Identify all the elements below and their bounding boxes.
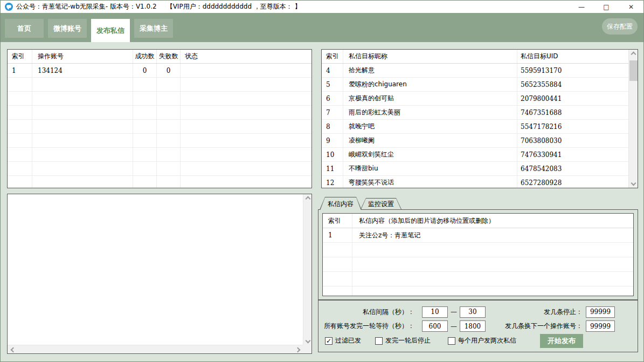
scroll-down-icon[interactable] (629, 179, 638, 188)
interval-row: 私信间隔（秒）： 10 — 30 发几条停止： 99999 (322, 305, 615, 319)
cell-uid: 5652355884 (517, 78, 628, 91)
scroll-up-icon[interactable] (629, 50, 638, 59)
nav-tabbar: 首页 微博账号 发布私信 采集博主 保存配置 (1, 13, 643, 42)
cell-content: 关注公z号：青葱笔记 (352, 228, 633, 242)
scrollbar-thumb[interactable] (629, 60, 638, 81)
cell-nickname: 凌柳曦阑 (343, 134, 517, 147)
cell-index: 1 (8, 64, 32, 77)
switch-account-input[interactable]: 99999 (586, 320, 615, 332)
table-row-empty (323, 272, 633, 286)
app-window: 公众号：青葱笔记-wb无限采集- 版本号：V1.0.2 【VIP用户：ddddd… (0, 0, 644, 362)
table-row[interactable]: 1 关注公z号：青葱笔记 (323, 228, 633, 243)
table-row[interactable]: 5 爱嗦粉的chiguaren 5652355884 (322, 78, 628, 92)
scroll-down-icon[interactable] (303, 336, 312, 345)
table-row-empty (323, 243, 633, 257)
switch-account-label: 发几条换下一个操作账号： (486, 322, 583, 331)
cell-nickname: 京极真的创可贴 (343, 92, 517, 105)
cell-nickname: 爱嗦粉的chiguaren (343, 78, 517, 91)
app-icon (5, 3, 13, 11)
log-box[interactable] (7, 194, 312, 354)
interval-max-input[interactable]: 30 (460, 306, 486, 318)
col-nickname: 私信目标昵称 (343, 50, 517, 63)
scroll-left-icon[interactable] (9, 345, 17, 354)
stop-after-round-option[interactable]: 发完一轮后停止 (375, 336, 431, 345)
accounts-table-header: 索引 操作账号 成功数 失败数 状态 (8, 50, 311, 64)
start-publish-button[interactable]: 开始发布 (540, 334, 583, 348)
table-row-empty (8, 162, 311, 176)
tab-collect-bloggers[interactable]: 采集博主 (134, 19, 173, 38)
wait-min-input[interactable]: 600 (422, 320, 448, 332)
vip-info-label: 【VIP用户：dddddddddddd ，至尊版本： 】 (167, 2, 301, 11)
send-settings: 私信间隔（秒）： 10 — 30 发几条停止： 99999 所有账号发完一轮等待… (318, 300, 638, 352)
titlebar: 公众号：青葱笔记-wb无限采集- 版本号：V1.0.2 【VIP用户：ddddd… (1, 1, 643, 13)
table-row[interactable]: 4 拾光解意 5595913170 (322, 64, 628, 78)
cell-uid: 7467351688 (517, 106, 628, 119)
table-row-empty (323, 257, 633, 272)
log-vertical-scrollbar[interactable] (303, 194, 311, 345)
targets-scrollbar[interactable] (628, 50, 638, 188)
range-dash: — (451, 308, 457, 316)
table-row-empty (8, 106, 311, 120)
col-content: 私信内容（添加后的图片请勿移动位置或删除） (352, 214, 633, 228)
table-row-empty (8, 148, 311, 162)
cell-index: 8 (322, 120, 343, 133)
cell-account: 134124 (32, 64, 133, 77)
cell-index: 9 (322, 134, 343, 147)
table-row[interactable]: 7 雨后的彩虹太美丽 7467351688 (322, 106, 628, 120)
checkbox-unchecked-icon[interactable] (375, 337, 383, 345)
cell-index: 7 (322, 106, 343, 119)
col-account: 操作账号 (32, 50, 133, 63)
cell-index: 1 (323, 228, 352, 242)
table-row[interactable]: 12 弯腰笑笑不说话 6527280928 (322, 176, 628, 188)
options-row: ✓ 过滤已发 发完一轮后停止 每个用户发两次私信 开始发布 (322, 333, 615, 349)
interval-min-input[interactable]: 10 (422, 306, 448, 318)
cell-status (181, 64, 311, 77)
cell-index: 5 (322, 78, 343, 91)
table-row[interactable]: 9 凌柳曦阑 7063808030 (322, 134, 628, 148)
table-row[interactable]: 6 京极真的创可贴 2079800441 (322, 92, 628, 106)
cell-index: 6 (322, 92, 343, 105)
dm-content-page: 索引 私信内容（添加后的图片请勿移动位置或删除） 1 关注公z号：青葱笔记 (318, 209, 638, 300)
filter-sent-option[interactable]: ✓ 过滤已发 (325, 336, 361, 345)
checkbox-unchecked-icon[interactable] (448, 337, 455, 345)
tab-monitor-settings[interactable]: 监控设置 (361, 198, 401, 209)
table-row-empty (8, 78, 311, 92)
tab-label: 私信内容 (320, 197, 361, 210)
log-horizontal-scrollbar[interactable] (8, 345, 303, 353)
col-success: 成功数 (133, 50, 157, 63)
col-uid: 私信目标UID (517, 50, 628, 63)
close-button[interactable]: ✕ (619, 1, 643, 13)
interval-label: 私信间隔（秒）： (322, 308, 414, 317)
cell-uid: 2079800441 (517, 92, 628, 105)
minimize-button[interactable]: — (569, 1, 594, 13)
table-row[interactable]: 8 就晚宁吧 5547178216 (322, 120, 628, 134)
col-status: 状态 (181, 50, 311, 63)
tab-home[interactable]: 首页 (5, 19, 44, 38)
cell-index: 11 (322, 162, 343, 175)
scroll-right-icon[interactable] (293, 345, 302, 354)
table-row-empty (323, 286, 633, 296)
cell-fail: 0 (157, 64, 181, 77)
table-row[interactable]: 11 不嗜甜biu 6478542083 (322, 162, 628, 176)
col-index: 索引 (323, 214, 352, 228)
table-row[interactable]: 10 峨嵋双剑笑红尘 7476330941 (322, 148, 628, 162)
table-row-empty (8, 92, 311, 106)
table-row[interactable]: 1 134124 0 0 (8, 64, 311, 78)
wait-max-input[interactable]: 1800 (460, 320, 486, 332)
tab-weibo-accounts[interactable]: 微博账号 (48, 19, 87, 38)
table-row-empty (8, 176, 311, 188)
round-wait-row: 所有账号发完一轮等待（秒）： 600 — 1800 发几条换下一个操作账号： 9… (322, 319, 615, 333)
maximize-button[interactable]: □ (594, 1, 619, 13)
cell-index: 4 (322, 64, 343, 77)
save-config-button[interactable]: 保存配置 (602, 18, 638, 35)
checkbox-checked-icon[interactable]: ✓ (325, 337, 333, 345)
send-twice-option[interactable]: 每个用户发两次私信 (448, 336, 516, 345)
stop-count-input[interactable]: 99999 (586, 306, 615, 318)
stop-count-label: 发几条停止： (486, 308, 583, 317)
cell-nickname: 不嗜甜biu (343, 162, 517, 175)
scroll-up-icon[interactable] (303, 194, 312, 203)
tab-dm-content[interactable]: 私信内容 (320, 197, 362, 210)
round-wait-label: 所有账号发完一轮等待（秒）： (322, 322, 414, 331)
cell-uid: 5595913170 (517, 64, 628, 77)
tab-send-dm[interactable]: 发布私信 (91, 19, 130, 42)
